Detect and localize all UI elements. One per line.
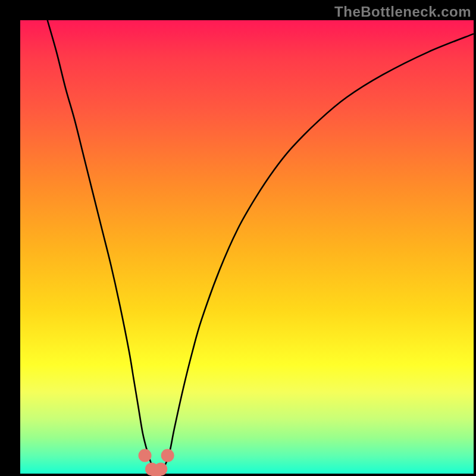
chart-svg	[20, 20, 474, 474]
curve-marker	[161, 449, 174, 462]
curve-markers	[139, 449, 174, 476]
curve-marker	[154, 462, 167, 475]
curve-marker	[139, 449, 152, 462]
bottleneck-curve	[48, 20, 474, 469]
watermark-text: TheBottleneck.com	[334, 4, 471, 20]
chart-frame: TheBottleneck.com	[0, 0, 476, 476]
plot-area	[20, 20, 474, 474]
